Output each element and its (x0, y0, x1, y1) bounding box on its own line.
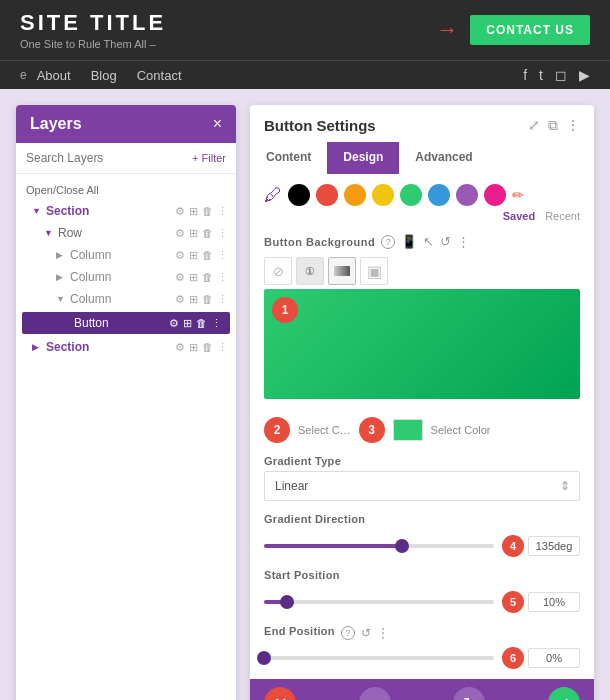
start-position-thumb[interactable] (280, 595, 294, 609)
color-swatch-pink[interactable] (484, 184, 506, 206)
delete-icon[interactable]: 🗑 (202, 293, 213, 305)
layers-title: Layers (30, 115, 82, 133)
color-swatch-red[interactable] (316, 184, 338, 206)
bg-none-icon[interactable]: ⊘ (264, 257, 292, 285)
eyedropper-icon[interactable]: 🖊 (264, 186, 282, 204)
contact-button[interactable]: CONTACT US (470, 15, 590, 45)
site-nav: e About Blog Contact f t ◻ ▶ (0, 60, 610, 89)
more-icon[interactable]: ⋮ (217, 341, 228, 354)
redo-button[interactable]: ↻ (453, 687, 485, 700)
tree-item-section2[interactable]: ▶ Section ⚙ ⊞ 🗑 ⋮ (16, 336, 236, 358)
end-position-thumb[interactable] (257, 651, 271, 665)
end-position-value[interactable]: 0% (528, 648, 580, 668)
more-icon[interactable]: ⋮ (457, 234, 470, 249)
layers-close-button[interactable]: × (213, 115, 222, 133)
color-swatch-blue[interactable] (428, 184, 450, 206)
bg-image-icon[interactable]: ▣ (360, 257, 388, 285)
open-close-all[interactable]: Open/Close All (16, 180, 236, 200)
arrow-icon: ▼ (32, 206, 42, 216)
nav-link-about[interactable]: About (37, 68, 71, 83)
delete-icon[interactable]: 🗑 (202, 205, 213, 217)
end-pos-more-icon[interactable]: ⋮ (377, 626, 389, 640)
confirm-button[interactable]: ✓ (548, 687, 580, 700)
help-icon[interactable]: ? (381, 235, 395, 249)
gradient-direction-thumb[interactable] (395, 539, 409, 553)
filter-button[interactable]: + Filter (192, 152, 226, 164)
delete-icon[interactable]: 🗑 (202, 249, 213, 261)
more-icon[interactable]: ⋮ (217, 271, 228, 284)
edit-icon[interactable]: ✏ (512, 187, 524, 203)
cancel-button[interactable]: ✕ (264, 687, 296, 700)
main-area: Layers × + Filter Open/Close All ▼ Secti… (0, 89, 610, 700)
expand-icon[interactable]: ⤢ (528, 117, 540, 134)
delete-icon[interactable]: 🗑 (202, 227, 213, 239)
tree-item-column1[interactable]: ▶ Column ⚙ ⊞ 🗑 ⋮ (16, 244, 236, 266)
end-pos-undo-icon[interactable]: ↺ (361, 626, 371, 640)
twitter-icon[interactable]: t (539, 67, 543, 83)
undo-button[interactable]: ↩ (359, 687, 391, 700)
copy-icon[interactable]: ⊞ (189, 205, 198, 218)
more-icon[interactable]: ⋮ (217, 227, 228, 240)
more-icon[interactable]: ⋮ (217, 293, 228, 306)
color-swatch-black[interactable] (288, 184, 310, 206)
tree-item-column3[interactable]: ▼ Column ⚙ ⊞ 🗑 ⋮ (16, 288, 236, 310)
settings-icon[interactable]: ⚙ (169, 317, 179, 330)
instagram-icon[interactable]: ◻ (555, 67, 567, 83)
copy-icon[interactable]: ⊞ (189, 227, 198, 240)
gradient-type-select[interactable]: Linear (264, 471, 580, 501)
copy-icon[interactable]: ⊞ (189, 341, 198, 354)
settings-icon[interactable]: ⚙ (175, 205, 185, 218)
split-icon[interactable]: ⧉ (548, 117, 558, 134)
copy-icon[interactable]: ⊞ (189, 249, 198, 262)
tree-item-column2[interactable]: ▶ Column ⚙ ⊞ 🗑 ⋮ (16, 266, 236, 288)
layers-header: Layers × (16, 105, 236, 143)
device-icon[interactable]: 📱 (401, 234, 417, 249)
menu-icon[interactable]: ⋮ (566, 117, 580, 134)
bg-gradient-icon[interactable] (328, 257, 356, 285)
delete-icon[interactable]: 🗑 (202, 271, 213, 283)
end-pos-help-icon[interactable]: ? (341, 626, 355, 640)
settings-footer: ✕ ↩ ↻ ✓ (250, 679, 594, 700)
settings-icon[interactable]: ⚙ (175, 227, 185, 240)
color-swatch-purple[interactable] (456, 184, 478, 206)
color-swatch-orange[interactable] (344, 184, 366, 206)
copy-icon[interactable]: ⊞ (183, 317, 192, 330)
nav-link-home[interactable]: e (20, 68, 27, 82)
layers-search-input[interactable] (26, 151, 186, 165)
gradient-direction-value[interactable]: 135deg (528, 536, 580, 556)
settings-icon[interactable]: ⚙ (175, 293, 185, 306)
tree-item-button[interactable]: Button ⚙ ⊞ 🗑 ⋮ (22, 312, 230, 334)
bg-color-icon[interactable]: ① (296, 257, 324, 285)
settings-icon[interactable]: ⚙ (175, 249, 185, 262)
tab-design[interactable]: Design (327, 142, 399, 174)
tree-item-section1[interactable]: ▼ Section ⚙ ⊞ 🗑 ⋮ (16, 200, 236, 222)
copy-icon[interactable]: ⊞ (189, 293, 198, 306)
color-swatch-yellow[interactable] (372, 184, 394, 206)
start-position-label-row: Start Position (264, 569, 580, 585)
facebook-icon[interactable]: f (523, 67, 527, 83)
color-swatch-green[interactable] (400, 184, 422, 206)
delete-icon[interactable]: 🗑 (196, 317, 207, 329)
arrow-icon: ▼ (56, 294, 66, 304)
badge-5-wrap: 5 10% (502, 591, 580, 613)
more-icon[interactable]: ⋮ (217, 249, 228, 262)
tree-label-button: Button (74, 316, 169, 330)
cursor-icon[interactable]: ↖ (423, 234, 434, 249)
nav-link-contact[interactable]: Contact (137, 68, 182, 83)
settings-tabs: Content Design Advanced (250, 142, 594, 174)
delete-icon[interactable]: 🗑 (202, 341, 213, 353)
refresh-icon[interactable]: ↺ (440, 234, 451, 249)
gradient-direction-label: Gradient Direction (264, 513, 365, 525)
copy-icon[interactable]: ⊞ (189, 271, 198, 284)
tab-advanced[interactable]: Advanced (399, 142, 488, 174)
color-stop-swatch[interactable] (393, 419, 423, 441)
more-icon[interactable]: ⋮ (217, 205, 228, 218)
tree-item-row[interactable]: ▼ Row ⚙ ⊞ 🗑 ⋮ (16, 222, 236, 244)
start-position-value[interactable]: 10% (528, 592, 580, 612)
youtube-icon[interactable]: ▶ (579, 67, 590, 83)
settings-icon[interactable]: ⚙ (175, 271, 185, 284)
settings-icon[interactable]: ⚙ (175, 341, 185, 354)
nav-link-blog[interactable]: Blog (91, 68, 117, 83)
more-icon[interactable]: ⋮ (211, 317, 222, 330)
tab-content[interactable]: Content (250, 142, 327, 174)
